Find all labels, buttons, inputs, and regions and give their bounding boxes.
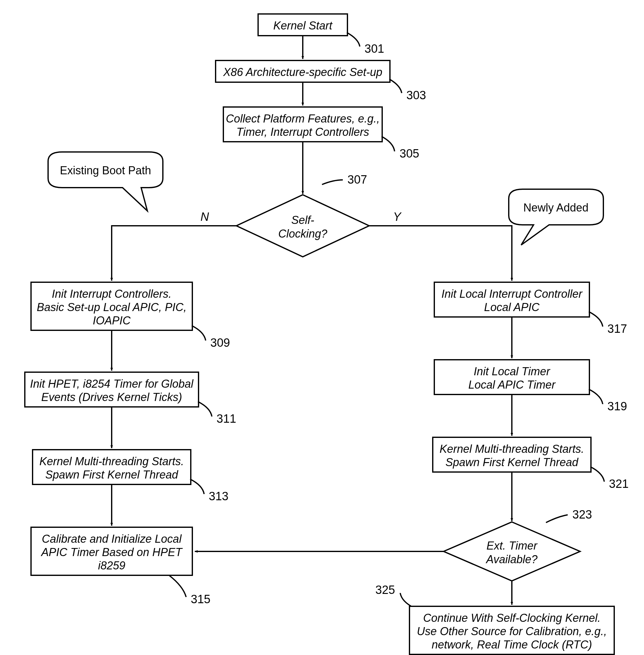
ref-313: 313	[209, 490, 228, 503]
leader-311	[198, 402, 212, 417]
node-317-text-2: Local APIC	[484, 301, 540, 313]
leader-301	[347, 32, 360, 47]
node-323: Ext. Timer Available?	[444, 522, 580, 581]
leader-313	[190, 479, 204, 494]
node-321-text-1: Kernel Multi-threading Starts.	[440, 443, 584, 455]
node-305-text-1: Collect Platform Features, e.g.,	[226, 112, 380, 125]
node-301-text: Kernel Start	[273, 19, 333, 32]
ref-307: 307	[347, 173, 367, 186]
ref-309: 309	[210, 336, 230, 349]
node-315-text-1: Calibrate and Initialize Local	[42, 533, 182, 545]
node-303-text: X86 Architecture-specific Set-up	[223, 66, 383, 78]
callout-existing-text: Existing Boot Path	[60, 164, 151, 177]
node-309-text-3: IOAPIC	[93, 314, 131, 327]
node-313: Kernel Multi-threading Starts. Spawn Fir…	[32, 450, 191, 485]
node-303: X86 Architecture-specific Set-up	[215, 61, 390, 82]
node-307: Self- Clocking?	[236, 195, 369, 257]
node-309: Init Interrupt Controllers. Basic Set-up…	[31, 282, 192, 330]
node-313-text-2: Spawn First Kernel Thread	[45, 468, 178, 481]
node-307-text-1: Self-	[291, 214, 314, 227]
ref-321: 321	[609, 477, 628, 490]
leader-309	[192, 326, 206, 341]
node-317: Init Local Interrupt Controller Local AP…	[434, 282, 590, 317]
node-301: Kernel Start	[258, 14, 347, 36]
node-323-text-1: Ext. Timer	[486, 539, 538, 552]
node-309-text-2: Basic Set-up Local APIC, PIC,	[37, 301, 187, 313]
node-321: Kernel Multi-threading Starts. Spawn Fir…	[433, 437, 591, 472]
leader-315	[169, 575, 186, 597]
ref-301: 301	[365, 42, 384, 55]
edge-307-317	[369, 226, 512, 281]
leader-323	[546, 515, 568, 522]
node-325-text-1: Continue With Self-Clocking Kernel.	[423, 612, 601, 624]
node-319-text-1: Init Local Timer	[474, 365, 551, 378]
node-313-text-1: Kernel Multi-threading Starts.	[39, 455, 184, 468]
node-321-text-2: Spawn First Kernel Thread	[445, 456, 578, 469]
ref-319: 319	[607, 400, 627, 413]
callout-existing: Existing Boot Path	[48, 152, 163, 211]
callout-newly: Newly Added	[509, 189, 603, 245]
ref-325: 325	[375, 583, 395, 596]
node-315-text-3: i8259	[98, 559, 125, 572]
node-325: Continue With Self-Clocking Kernel. Use …	[410, 606, 614, 654]
node-311: Init HPET, i8254 Timer for Global Events…	[25, 372, 199, 407]
branch-y-label: Y	[393, 210, 402, 223]
node-311-text-2: Events (Drives Kernel Ticks)	[41, 391, 182, 403]
node-305: Collect Platform Features, e.g., Timer, …	[223, 107, 382, 142]
node-323-text-2: Available?	[485, 553, 537, 566]
ref-323: 323	[572, 508, 592, 521]
node-305-text-2: Timer, Interrupt Controllers	[236, 125, 369, 138]
leader-307	[322, 180, 343, 185]
ref-317: 317	[607, 322, 627, 335]
leader-319	[589, 389, 603, 404]
leader-321	[590, 467, 604, 482]
ref-311: 311	[216, 412, 236, 425]
branch-n-label: N	[200, 210, 209, 223]
node-319-text-2: Local APIC Timer	[468, 378, 556, 391]
node-309-text-1: Init Interrupt Controllers.	[52, 287, 171, 300]
node-325-text-2: Use Other Source for Calibration, e.g.,	[417, 625, 607, 638]
callout-newly-text: Newly Added	[523, 201, 589, 214]
leader-317	[589, 312, 603, 327]
ref-303: 303	[406, 89, 426, 102]
node-317-text-1: Init Local Interrupt Controller	[441, 287, 583, 300]
edge-307-309	[112, 226, 236, 281]
ref-315: 315	[191, 593, 210, 606]
leader-303	[389, 79, 402, 93]
leader-325	[400, 593, 414, 608]
node-319: Init Local Timer Local APIC Timer	[434, 360, 590, 395]
node-311-text-1: Init HPET, i8254 Timer for Global	[30, 377, 194, 390]
node-315: Calibrate and Initialize Local APIC Time…	[31, 527, 192, 575]
node-307-text-2: Clocking?	[278, 227, 327, 240]
flowchart: Kernel Start 301 X86 Architecture-specif…	[0, 0, 644, 655]
ref-305: 305	[399, 147, 419, 160]
node-325-text-3: network, Real Time Clock (RTC)	[432, 638, 592, 651]
leader-305	[382, 137, 395, 151]
node-315-text-2: APIC Timer Based on HPET	[41, 546, 183, 559]
